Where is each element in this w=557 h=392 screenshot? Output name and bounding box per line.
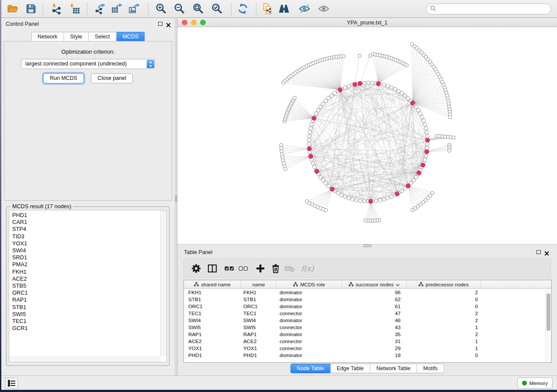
graph-node[interactable] [311, 162, 315, 165]
table-row[interactable]: PHD1PHD1dominator180 [184, 351, 551, 358]
graph-leaf-node[interactable] [342, 55, 346, 58]
table-cell[interactable]: 31 [342, 338, 407, 344]
table-cell[interactable]: STB1 [241, 296, 277, 302]
graph-node[interactable] [316, 108, 320, 112]
table-cell[interactable]: ORC1 [184, 303, 241, 309]
graph-node[interactable] [308, 134, 311, 138]
maximize-window-icon[interactable] [200, 20, 206, 25]
mcds-node-item[interactable]: ORC1 [12, 289, 166, 296]
graph-node[interactable] [347, 84, 351, 88]
graph-node[interactable] [321, 102, 325, 106]
table-cell[interactable]: ORC1 [241, 303, 277, 309]
table-row[interactable]: SWI5SWI5connector431 [184, 323, 551, 330]
graph-node[interactable] [309, 127, 313, 131]
table-row[interactable]: ORC1ORC1dominator610 [184, 303, 551, 309]
graph-mcds-node[interactable] [421, 163, 425, 167]
table-cell[interactable]: YOX1 [241, 345, 277, 351]
mcds-node-item[interactable]: STB5 [12, 282, 166, 289]
list-horizontal-scrollbar[interactable] [9, 357, 160, 362]
graph-mcds-node[interactable] [308, 147, 311, 151]
table-cell[interactable]: PHD1 [184, 352, 241, 358]
graph-leaf-node[interactable] [448, 149, 451, 152]
hide-selected-icon[interactable] [298, 3, 311, 15]
graph-node[interactable] [414, 105, 418, 109]
graph-mcds-node[interactable] [353, 83, 357, 86]
graph-leaf-node[interactable] [405, 64, 408, 67]
table-cell[interactable]: FKH1 [241, 289, 277, 295]
graph-node[interactable] [327, 184, 331, 188]
graph-node[interactable] [423, 123, 427, 127]
show-all-icon[interactable] [318, 3, 330, 15]
table-cell[interactable]: 43 [342, 324, 407, 330]
table-cell[interactable]: 0 [407, 352, 481, 358]
graph-node[interactable] [343, 86, 347, 89]
graph-mcds-node[interactable] [338, 88, 342, 92]
graph-node[interactable] [324, 182, 328, 186]
delete-column-icon[interactable] [270, 263, 281, 274]
zoom-selected-icon[interactable] [211, 3, 223, 15]
table-cell[interactable]: dominator [277, 352, 342, 358]
table-cell[interactable]: 96 [342, 289, 407, 295]
mcds-node-item[interactable]: TEC1 [12, 318, 166, 325]
graph-node[interactable] [327, 96, 331, 100]
table-cell[interactable]: 35 [342, 331, 407, 337]
graph-node[interactable] [330, 94, 334, 98]
table-cell[interactable]: 1 [407, 324, 481, 330]
minimize-window-icon[interactable] [191, 20, 197, 25]
graph-node[interactable] [367, 81, 370, 85]
table-cell[interactable]: connector [277, 345, 342, 351]
graph-node[interactable] [336, 191, 340, 195]
table-row[interactable]: SWI4SWI4dominator462 [184, 316, 551, 323]
close-table-panel-icon[interactable] [544, 250, 549, 254]
graph-node[interactable] [307, 142, 311, 146]
mcds-node-item[interactable]: SRD1 [12, 254, 166, 261]
graph-node[interactable] [397, 89, 401, 93]
table-cell[interactable]: TEC1 [241, 310, 277, 316]
graph-node[interactable] [307, 138, 311, 142]
table-row[interactable]: TEC1TEC1connector472 [184, 309, 551, 316]
graph-mcds-node[interactable] [312, 116, 316, 120]
table-cell[interactable]: 0 [407, 303, 481, 309]
graph-node[interactable] [406, 96, 410, 100]
graph-node[interactable] [351, 197, 355, 201]
table-cell[interactable]: SWI4 [184, 317, 241, 323]
table-cell[interactable]: STB1 [184, 296, 241, 302]
graph-node[interactable] [400, 189, 404, 193]
table-row[interactable]: RAP1RAP1dominator352 [184, 330, 551, 337]
scrollbar-thumb[interactable] [547, 293, 550, 331]
graph-node[interactable] [318, 105, 322, 109]
table-cell[interactable]: FKH1 [184, 289, 241, 295]
graph-node[interactable] [363, 199, 367, 203]
column-header-successor-nodes[interactable]: successor nodes [342, 280, 407, 288]
graph-leaf-node[interactable] [305, 199, 308, 203]
graph-node[interactable] [403, 94, 407, 98]
table-row[interactable]: YOX1YOX1connector291 [184, 344, 551, 351]
open-file-icon[interactable] [7, 3, 19, 15]
delete-table-icon[interactable] [284, 263, 295, 274]
graph-mcds-node[interactable] [358, 82, 362, 86]
graph-mcds-node[interactable] [411, 101, 415, 105]
column-header-predecessor-nodes[interactable]: predecessor nodes [407, 280, 481, 288]
float-panel-icon[interactable] [158, 22, 163, 26]
graph-mcds-node[interactable] [426, 138, 429, 142]
column-header-name[interactable]: name [241, 280, 277, 288]
add-column-icon[interactable] [255, 263, 266, 274]
graph-node[interactable] [378, 198, 382, 202]
graph-node[interactable] [424, 154, 428, 158]
graph-node[interactable] [386, 84, 390, 88]
column-header-mcds-role[interactable]: MCDS role [277, 280, 342, 288]
table-cell[interactable]: 62 [342, 296, 407, 302]
table-cell[interactable]: ACE2 [184, 338, 241, 344]
graph-mcds-node[interactable] [417, 171, 421, 175]
graph-node[interactable] [426, 134, 429, 138]
mcds-node-item[interactable]: FKH1 [12, 268, 166, 275]
splitter-grip[interactable] [175, 196, 177, 202]
graph-node[interactable] [370, 81, 374, 85]
column-header-shared-name[interactable]: shared name [184, 280, 241, 288]
table-cell[interactable]: 0 [407, 296, 481, 302]
table-cell[interactable]: dominator [277, 331, 342, 337]
graph-node[interactable] [382, 83, 386, 87]
graph-node[interactable] [386, 196, 390, 200]
graph-node[interactable] [339, 193, 343, 197]
mcds-node-item[interactable]: YOX1 [12, 240, 166, 247]
